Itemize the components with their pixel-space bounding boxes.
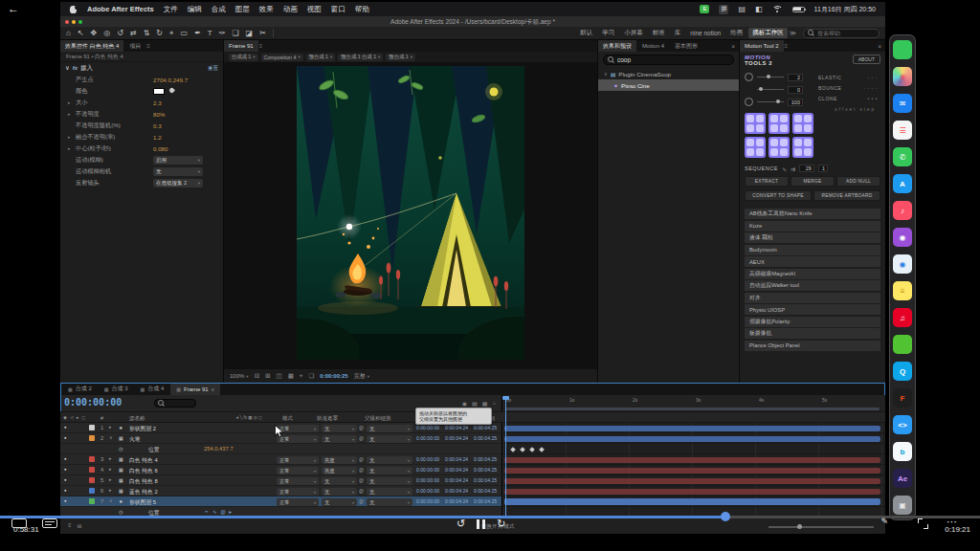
- resolution-select[interactable]: 完整▾: [354, 372, 369, 381]
- timeline-tab[interactable]: ▦ 合成 3 ≡: [99, 383, 134, 395]
- workspace-tab[interactable]: nine notion: [686, 29, 724, 37]
- eraser-tool-icon[interactable]: ◪: [246, 27, 254, 39]
- pickwhip-icon[interactable]: @: [359, 498, 364, 504]
- netease-music-icon[interactable]: ♫: [893, 308, 912, 327]
- status-badge[interactable]: E: [700, 5, 709, 13]
- motion-tool-button[interactable]: MERGE: [791, 176, 835, 187]
- motion-preset-tile[interactable]: [768, 137, 790, 158]
- layer-track[interactable]: [502, 433, 885, 444]
- layer-track[interactable]: [502, 475, 885, 486]
- expand-layers-icon[interactable]: ≡: [68, 522, 72, 529]
- layer-expand-arrow-icon[interactable]: ∨: [109, 498, 113, 503]
- layer-duration-bar[interactable]: [504, 478, 880, 484]
- script-item[interactable]: Koze: [745, 221, 880, 231]
- layer-duration-bar[interactable]: [504, 468, 880, 474]
- eyedropper-icon[interactable]: [168, 87, 175, 94]
- layer-label-color[interactable]: [89, 498, 95, 504]
- property-dropdown[interactable]: 启用▾: [153, 156, 203, 165]
- menubar-item[interactable]: 效果: [259, 5, 274, 14]
- layer-track[interactable]: [502, 486, 885, 496]
- knob-icon[interactable]: [745, 98, 753, 106]
- workspace-tab[interactable]: 小屏幕: [620, 28, 647, 38]
- menubar-item[interactable]: 文件: [164, 5, 178, 14]
- appstore-icon[interactable]: A: [893, 174, 912, 193]
- target-icon[interactable]: ⌖: [300, 372, 303, 380]
- layer-expand-arrow-icon[interactable]: ▸: [109, 425, 111, 430]
- timeline-tab[interactable]: ▦ Frame 91 ≡: [170, 383, 220, 395]
- parent-link-dropdown[interactable]: 无▾: [367, 477, 412, 485]
- messages-icon[interactable]: [893, 40, 912, 59]
- effect-property-row[interactable]: 产生点 2704.0,249.7 ▾: [60, 74, 223, 85]
- blend-mode-dropdown[interactable]: 正常▾: [277, 467, 319, 474]
- hand-tool-icon[interactable]: ✥: [91, 27, 98, 39]
- expression-icons[interactable]: ＝ ∿ @ ▸: [204, 509, 233, 516]
- layer-in-time[interactable]: 0:00:00:00: [416, 467, 439, 473]
- layer-row-left[interactable]: ● 4 ▸ ▦ 白色 纯色 6 正常▾ 亮度▾ @ 无▾ 0:00:00:00 …: [60, 465, 502, 475]
- pickwhip-icon[interactable]: @: [359, 435, 364, 441]
- layer-visibility-icon[interactable]: ●: [64, 477, 67, 482]
- layer-track[interactable]: [502, 444, 885, 454]
- blend-mode-dropdown[interactable]: 正常▾: [277, 488, 319, 496]
- layer-duration[interactable]: 0:00:04:25: [474, 498, 497, 504]
- track-matte-dropdown[interactable]: 无▾: [322, 435, 357, 443]
- time-ruler[interactable]: 0s 1s 2s 3s 4s 5s: [502, 395, 885, 411]
- panel-tab[interactable]: 效果和预设: [598, 40, 636, 52]
- dolly-camera-tool-icon[interactable]: ⇅: [144, 27, 150, 39]
- battery-icon[interactable]: [792, 7, 805, 12]
- layer-row-left[interactable]: ● 3 ▸ ▦ 白色 纯色 4 正常▾ 亮度▾ @ 无▾ 0:00:00:00 …: [60, 454, 502, 465]
- script-item[interactable]: AEUX: [745, 256, 880, 267]
- layer-visibility-icon[interactable]: ●: [64, 498, 67, 503]
- blend-mode-dropdown[interactable]: 正常▾: [277, 498, 319, 506]
- panel-menu-icon[interactable]: ≡: [146, 43, 150, 49]
- column-switches[interactable]: ♦ ╲ fx ▦ ◎ ◻: [236, 415, 262, 420]
- layer-expand-arrow-icon[interactable]: ∨: [109, 435, 113, 440]
- sequence-count-field[interactable]: 29: [799, 165, 814, 172]
- layer-track[interactable]: [502, 465, 885, 475]
- workspace-tab[interactable]: 库: [671, 28, 685, 38]
- rotation-tool-icon[interactable]: ↻: [156, 27, 163, 39]
- effects-group-row[interactable]: ∨ ▤ Plugin CinemaSoup: [598, 68, 739, 79]
- layer-in-time[interactable]: 0:00:00:00: [416, 488, 439, 494]
- workspace-tab[interactable]: 默认: [576, 28, 596, 38]
- menubar-item[interactable]: 编辑: [188, 5, 202, 14]
- layer-in-time[interactable]: 0:00:00:00: [416, 435, 439, 441]
- rewind-icon[interactable]: ↺: [457, 518, 465, 530]
- property-value[interactable]: 2704.0,249.7: [153, 77, 188, 83]
- motion-tool-button[interactable]: REMOVE ARTBOARD: [813, 190, 880, 201]
- motion-tool-button[interactable]: ADD NULL: [836, 176, 880, 187]
- trash-icon[interactable]: ▣: [893, 496, 912, 515]
- layer-out-time[interactable]: 0:00:04:24: [445, 498, 468, 504]
- after-effects-icon[interactable]: Ae: [893, 469, 912, 488]
- mask-visibility-icon[interactable]: ◫: [277, 372, 282, 380]
- vscode-icon[interactable]: <>: [893, 415, 912, 434]
- effect-header[interactable]: ∨ fx 拨入 重置: [60, 62, 223, 74]
- panel-tab[interactable]: Motion Tool 2: [740, 40, 784, 52]
- zoom-select[interactable]: 100%▾: [230, 373, 249, 379]
- menubar-item[interactable]: 视图: [307, 5, 322, 14]
- motion-preset-tile[interactable]: [792, 137, 813, 158]
- shape-tool-icon[interactable]: ▭: [181, 27, 189, 39]
- layer-duration[interactable]: 0:00:04:25: [474, 456, 497, 462]
- table-row[interactable]: ● 2 ∨ ▦ 火堆 正常▾ 无▾ @ 无▾ 0:00:00:00 0:00:0…: [60, 433, 885, 444]
- parent-link-dropdown[interactable]: 无▾: [367, 435, 412, 443]
- figma-icon[interactable]: F: [893, 388, 912, 408]
- selection-tool-icon[interactable]: ↖: [78, 27, 84, 39]
- brush-tool-icon[interactable]: ✑: [219, 27, 226, 39]
- column-parent-link[interactable]: 父级和链接: [365, 415, 391, 422]
- layer-name[interactable]: 白色 纯色 8: [129, 477, 158, 486]
- layer-name[interactable]: 白色 纯色 6: [129, 467, 158, 475]
- pickwhip-icon[interactable]: @: [359, 467, 364, 473]
- layer-duration-bar[interactable]: [504, 489, 880, 495]
- layer-label-color[interactable]: [89, 435, 95, 441]
- expand-arrow-icon[interactable]: ▸: [68, 99, 71, 105]
- layer-duration-bar[interactable]: [504, 498, 880, 505]
- track-matte-dropdown[interactable]: 无▾: [322, 477, 357, 485]
- script-item[interactable]: 自动追踪Walker tool: [745, 280, 880, 291]
- layer-label-color[interactable]: [89, 467, 95, 473]
- comp-nav-chip[interactable]: Composition 4▾: [261, 54, 303, 61]
- property-dropdown[interactable]: 无▾: [153, 167, 203, 176]
- motion-mode-row[interactable]: ELASTIC◦ ◦ ◦: [818, 75, 878, 85]
- motion-preset-tile[interactable]: [745, 113, 766, 134]
- effect-reset-link[interactable]: 重置: [208, 65, 218, 72]
- property-value[interactable]: 0.080: [153, 145, 167, 152]
